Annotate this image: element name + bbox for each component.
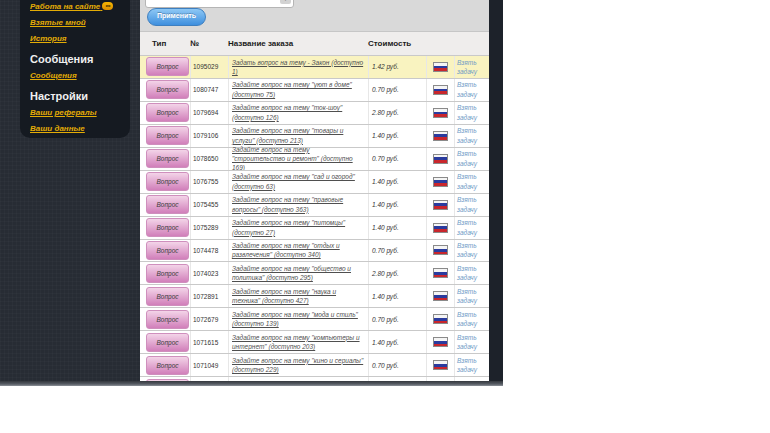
take-task-link[interactable]: Взять задачу <box>457 149 489 168</box>
apply-button[interactable]: Применить <box>147 8 206 26</box>
sidebar-item-your-data[interactable]: Ваши данные <box>30 124 126 133</box>
table-row: Вопрос 1075289 Задайте вопрос на тему "п… <box>140 216 489 239</box>
filter-select[interactable]: ▾ <box>145 0 294 8</box>
order-number: 1071615 <box>190 331 228 353</box>
order-title-link[interactable]: Задайте вопрос на тему "строительство и … <box>232 145 364 173</box>
infinity-badge: ∞ <box>102 2 113 10</box>
table-row: Вопрос 1079106 Задайте вопрос на тему "т… <box>140 124 489 147</box>
take-task-link[interactable]: Взять задачу <box>457 333 489 352</box>
order-type-badge: Вопрос <box>146 241 189 260</box>
order-price: 2.80 руб. <box>368 262 426 284</box>
order-title-link[interactable]: Задайте вопрос на тему "сад и огород" (д… <box>232 172 364 191</box>
sidebar-item-taken-by-me[interactable]: Взятые мной <box>30 18 126 27</box>
take-task-link[interactable]: Взять задачу <box>457 310 489 329</box>
page-right-gutter <box>489 0 503 381</box>
order-number: 1079106 <box>190 125 228 147</box>
order-price: 1.40 руб. <box>368 125 426 147</box>
russia-flag-icon <box>433 131 448 141</box>
sidebar-section-settings: Настройки <box>30 90 126 102</box>
order-title-link[interactable]: Задайте вопрос на тему "питомцы" (доступ… <box>232 218 364 237</box>
viewport-bottom-edge <box>0 381 503 386</box>
take-task-link[interactable]: Взять задачу <box>457 126 489 145</box>
sidebar-item-history[interactable]: История <box>30 34 126 43</box>
order-type-badge: Вопрос <box>146 195 189 214</box>
order-type-badge: Вопрос <box>146 287 189 306</box>
sidebar-item-referrals[interactable]: Ваши рефералы <box>30 108 126 117</box>
table-row: Вопрос 1071615 Задайте вопрос на тему "к… <box>140 330 489 353</box>
order-number: 1076755 <box>190 171 228 193</box>
take-task-link[interactable]: Взять задачу <box>457 103 489 122</box>
table-row: Вопрос 1095029 Задать вопрос на тему - З… <box>140 55 489 78</box>
table-row: Вопрос 1071049 Задайте вопрос на тему "к… <box>140 353 489 376</box>
sidebar-item-label: Работа на сайте <box>30 2 100 11</box>
table-row: Вопрос 1078650 Задайте вопрос на тему "с… <box>140 147 489 170</box>
table-row: Вопрос 1076755 Задайте вопрос на тему "с… <box>140 170 489 193</box>
order-title-link[interactable]: Задать вопрос на тему - Закон (доступно … <box>232 58 364 77</box>
sidebar: Работа на сайте ∞ Взятые мной История Со… <box>20 0 130 138</box>
order-type-badge: Вопрос <box>146 80 189 99</box>
russia-flag-icon <box>433 154 448 164</box>
column-header-type: Тип <box>152 39 166 48</box>
table-row: Вопрос 1074478 Задайте вопрос на тему "о… <box>140 239 489 262</box>
order-number: 1071049 <box>190 354 228 376</box>
take-task-link[interactable]: Взять задачу <box>457 218 489 237</box>
order-price: 1.40 руб. <box>368 194 426 216</box>
order-number: 1079694 <box>190 102 228 124</box>
order-price: 1.40 руб. <box>368 217 426 239</box>
column-header-number: № <box>190 39 199 48</box>
order-table-body: Вопрос 1095029 Задать вопрос на тему - З… <box>140 55 489 386</box>
order-type-badge: Вопрос <box>146 310 189 329</box>
order-title-link[interactable]: Задайте вопрос на тему "правовые вопросы… <box>232 195 364 214</box>
table-row: Вопрос 1080747 Задайте вопрос на тему "у… <box>140 78 489 101</box>
take-task-link[interactable]: Взять задачу <box>457 356 489 375</box>
order-number: 1095029 <box>190 56 228 78</box>
take-task-link[interactable]: Взять задачу <box>457 58 489 77</box>
order-title-link[interactable]: Задайте вопрос на тему "товары и услуги"… <box>232 126 364 145</box>
order-title-link[interactable]: Задайте вопрос на тему "общество и полит… <box>232 264 364 283</box>
table-row: Вопрос 1072679 Задайте вопрос на тему "м… <box>140 307 489 330</box>
order-title-link[interactable]: Задайте вопрос на тему "ток-шоу" (доступ… <box>232 103 364 122</box>
order-type-badge: Вопрос <box>146 264 189 283</box>
order-price: 0.70 руб. <box>368 354 426 376</box>
table-row: Вопрос 1075455 Задайте вопрос на тему "п… <box>140 193 489 216</box>
russia-flag-icon <box>433 360 448 370</box>
take-task-link[interactable]: Взять задачу <box>457 172 489 191</box>
take-task-link[interactable]: Взять задачу <box>457 264 489 283</box>
take-task-link[interactable]: Взять задачу <box>457 241 489 260</box>
order-type-badge: Вопрос <box>146 172 189 191</box>
russia-flag-icon <box>433 62 448 72</box>
take-task-link[interactable]: Взять задачу <box>457 287 489 306</box>
order-price: 1.40 руб. <box>368 285 426 307</box>
order-title-link[interactable]: Задайте вопрос на тему "кино и сериалы" … <box>232 356 364 375</box>
column-header-price: Стоимость <box>368 39 411 48</box>
order-price: 2.80 руб. <box>368 102 426 124</box>
sidebar-item-work-on-site[interactable]: Работа на сайте ∞ <box>30 2 126 11</box>
order-title-link[interactable]: Задайте вопрос на тему "уют в доме" (дос… <box>232 80 364 99</box>
order-number: 1072891 <box>190 285 228 307</box>
order-price: 1.40 руб. <box>368 331 426 353</box>
order-number: 1078650 <box>190 148 228 170</box>
order-title-link[interactable]: Задайте вопрос на тему "компьютеры и инт… <box>232 333 364 352</box>
russia-flag-icon <box>433 223 448 233</box>
russia-flag-icon <box>433 291 448 301</box>
order-number: 1075289 <box>190 217 228 239</box>
webpage-region: Работа на сайте ∞ Взятые мной История Со… <box>0 0 503 386</box>
take-task-link[interactable]: Взять задачу <box>457 195 489 214</box>
order-type-badge: Вопрос <box>146 126 189 145</box>
main-content: ▾ Применить Тип № Название заказа Стоимо… <box>140 0 489 386</box>
sidebar-section-messages: Сообщения <box>30 53 126 65</box>
take-task-link[interactable]: Взять задачу <box>457 80 489 99</box>
order-price: 0.70 руб. <box>368 308 426 330</box>
order-number: 1080747 <box>190 79 228 101</box>
order-price: 0.70 руб. <box>368 148 426 170</box>
order-title-link[interactable]: Задайте вопрос на тему "отдых и развлече… <box>232 241 364 260</box>
order-type-badge: Вопрос <box>146 103 189 122</box>
order-number: 1074478 <box>190 240 228 262</box>
order-title-link[interactable]: Задайте вопрос на тему "наука и техника"… <box>232 287 364 306</box>
sidebar-item-messages[interactable]: Сообщения <box>30 71 126 80</box>
russia-flag-icon <box>433 245 448 255</box>
order-number: 1075455 <box>190 194 228 216</box>
table-row: Вопрос 1074023 Задайте вопрос на тему "о… <box>140 261 489 284</box>
russia-flag-icon <box>433 314 448 324</box>
order-title-link[interactable]: Задайте вопрос на тему "мода и стиль" (д… <box>232 310 364 329</box>
